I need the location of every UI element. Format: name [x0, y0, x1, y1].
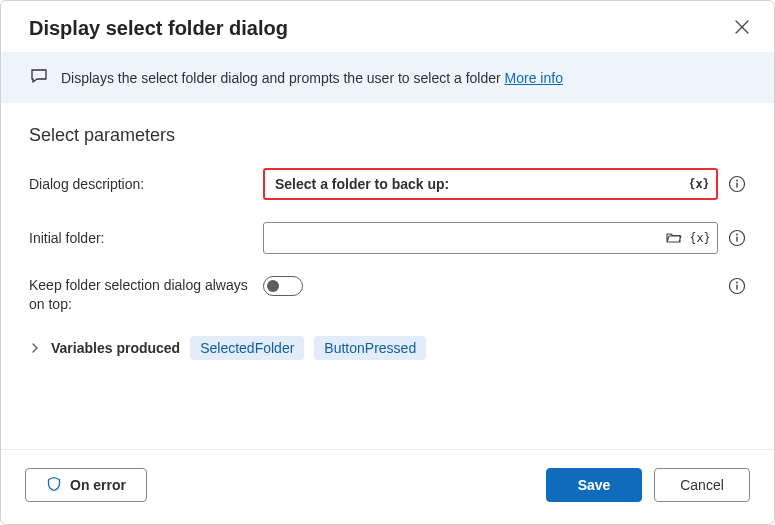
save-button[interactable]: Save: [546, 468, 642, 502]
on-error-button[interactable]: On error: [25, 468, 147, 502]
variable-picker-icon[interactable]: {x}: [690, 175, 708, 193]
svg-rect-10: [736, 285, 737, 290]
cancel-button[interactable]: Cancel: [654, 468, 750, 502]
dialog-description-value: Select a folder to back up:: [275, 176, 690, 192]
comment-icon: [29, 66, 49, 89]
dialog-root: Display select folder dialog Displays th…: [0, 0, 775, 525]
dialog-description-input[interactable]: Select a folder to back up: {x}: [263, 168, 718, 200]
initial-folder-input[interactable]: {x}: [263, 222, 718, 254]
shield-icon: [46, 476, 62, 495]
variable-picker-icon[interactable]: {x}: [691, 229, 709, 247]
svg-rect-3: [736, 183, 737, 188]
cancel-label: Cancel: [680, 477, 724, 493]
variables-produced-label: Variables produced: [51, 340, 180, 356]
dialog-content: Select parameters Dialog description: Se…: [1, 103, 774, 449]
dialog-description-label: Dialog description:: [29, 175, 251, 194]
banner-text: Displays the select folder dialog and pr…: [61, 70, 563, 86]
close-icon[interactable]: [734, 19, 750, 38]
folder-browse-icon[interactable]: [665, 229, 683, 247]
on-error-label: On error: [70, 477, 126, 493]
variables-produced-row: Variables produced SelectedFolder Button…: [29, 336, 746, 360]
dialog-header: Display select folder dialog: [1, 1, 774, 52]
svg-text:{x}: {x}: [691, 231, 709, 245]
svg-text:{x}: {x}: [690, 177, 708, 191]
row-initial-folder: Initial folder: {x}: [29, 222, 746, 254]
section-title: Select parameters: [29, 125, 746, 146]
row-dialog-description: Dialog description: Select a folder to b…: [29, 168, 746, 200]
dialog-footer: On error Save Cancel: [1, 449, 774, 524]
more-info-link[interactable]: More info: [505, 70, 563, 86]
chevron-right-icon[interactable]: [29, 342, 41, 354]
save-label: Save: [578, 477, 611, 493]
variable-chip[interactable]: SelectedFolder: [190, 336, 304, 360]
info-icon[interactable]: [728, 229, 746, 247]
toggle-knob: [267, 280, 279, 292]
dialog-title: Display select folder dialog: [29, 17, 288, 40]
always-on-top-label: Keep folder selection dialog always on t…: [29, 276, 251, 314]
svg-rect-7: [736, 237, 737, 242]
variable-chip[interactable]: ButtonPressed: [314, 336, 426, 360]
info-icon[interactable]: [728, 175, 746, 193]
svg-point-2: [736, 180, 738, 182]
always-on-top-toggle[interactable]: [263, 276, 303, 296]
row-always-on-top: Keep folder selection dialog always on t…: [29, 276, 746, 314]
info-banner: Displays the select folder dialog and pr…: [1, 52, 774, 103]
svg-point-9: [736, 282, 738, 284]
banner-text-value: Displays the select folder dialog and pr…: [61, 70, 501, 86]
initial-folder-label: Initial folder:: [29, 229, 251, 248]
svg-point-6: [736, 234, 738, 236]
info-icon[interactable]: [728, 277, 746, 295]
